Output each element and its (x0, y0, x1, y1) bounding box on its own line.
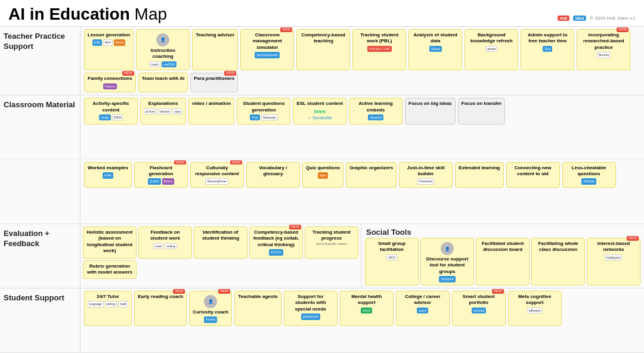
card-mental-health: Mental health support SAU2 (340, 291, 394, 326)
copyright: © 2024 Holt, Klein v.1 (590, 15, 636, 21)
card-skill-builder: Just-in-time skill builder Heuristica (399, 162, 453, 188)
card-interest-networks: NEW Interest-based networks buildspace (587, 238, 640, 285)
student-label: Student Support (0, 288, 80, 352)
card-teaching-advisor: Teaching advisor (192, 29, 238, 70)
social-tools-label: Social Tools (361, 224, 644, 238)
card-college-career: College / career advisor coach (396, 291, 450, 326)
card-classroom-mgmt: NEW Classroom management simulator teach… (240, 29, 294, 70)
eval-label: Evaluation + Feedback (0, 224, 80, 288)
card-competency-feedback: NEW Competency-based feedback (eg collab… (249, 226, 303, 259)
card-rubric-generation: Rubric generation with model answers (83, 260, 137, 279)
card-focus-transfer: Focus on transfer (458, 98, 506, 124)
card-tracking-progress: Tracking student progress send teacher r… (305, 226, 358, 259)
card-worked-examples: Worked examples Askie (84, 162, 132, 188)
eval-row: Evaluation + Feedback Holistic assessmen… (0, 224, 644, 288)
social-tools-section: Social Tools Small group facilitation OK… (361, 224, 644, 288)
card-identification-thinking: Identification of student thinking (194, 226, 247, 259)
card-graphic-organizers: Graphic organizers (346, 162, 397, 188)
avatar: 👤 (204, 295, 217, 308)
card-connecting-content: Connecting new content to old (506, 162, 560, 188)
avatar: 👤 (441, 242, 454, 255)
card-less-cheatable: Less-cheatable questions Writable (562, 162, 616, 188)
card-competency-teaching: Competency-based teaching (296, 29, 350, 70)
card-flashcard: NEW Flashcard generation Quizlet Blama (134, 162, 188, 188)
main-container: AI in Education Map real idea © 2024 Hol… (0, 0, 644, 354)
social-tools-cards: Small group facilitation OKO 👤 Discourse… (361, 238, 644, 288)
eval-content: Holistic assessment (based on longitudin… (80, 224, 644, 288)
card-background-knowledge: Background knowledge refresh doowii (465, 29, 518, 70)
card-analysis-student-data: Analysis of student data Stilved (408, 29, 462, 70)
card-para-practitioners: NEW Para practitioners (190, 73, 238, 92)
eval-cards: Holistic assessment (based on longitudin… (80, 224, 361, 288)
card-lesson-generation: Lesson generation Diffit MLP Bored (84, 29, 134, 70)
content-area: Teacher Practice Support Lesson generati… (0, 26, 644, 353)
card-activity-specific: Activity-specific content mergy DIFM (84, 98, 138, 124)
card-esl-content: ESL student content twee ✓ Speakable (293, 98, 346, 124)
card-facilitated-discussion: Facilitated student discussion board (476, 238, 530, 285)
page-title: AI in Education Map (8, 5, 167, 24)
card-vocabulary: Vocabulary / glossary (246, 162, 300, 188)
classroom-row: Classroom Material Activity-specific con… (0, 95, 644, 224)
card-family-connections: NEW Family connections Paloma (84, 73, 136, 92)
idea-badge: idea (573, 15, 586, 21)
card-early-reading: NEW Early reading coach (134, 291, 187, 326)
card-active-learning: Active learning embeds Nearpod (349, 98, 402, 124)
card-special-needs: Support for students with special needs … (284, 291, 338, 326)
classroom-row2-cards: Worked examples Askie NEW Flashcard gene… (80, 160, 644, 223)
card-whole-class-discussion: Facilitating whole class discussion (531, 238, 585, 285)
card-discourse-support: 👤 Discourse support tool for student gro… (420, 238, 474, 285)
card-admin-support: Admin support to free teacher time Dick (521, 29, 574, 70)
classroom-label: Classroom Material (0, 95, 80, 159)
teacher-cards: Lesson generation Diffit MLP Bored 👤 Ins… (80, 27, 644, 95)
classroom-row1-cards: Activity-specific content mergy DIFM Exp… (80, 95, 644, 159)
teacher-label: Teacher Practice Support (0, 27, 80, 95)
card-culturally-responsive: NEW Culturally responsive content Mennin… (190, 162, 244, 188)
student-row: Student Support 24/7 Tutor language writ… (0, 288, 644, 353)
card-video-animation: video / animation (188, 98, 234, 124)
card-teachable-agents: Teachable agents (234, 291, 281, 326)
student-cards: 24/7 Tutor language writing math NEW Ear… (80, 288, 644, 352)
header-badges: real idea © 2024 Holt, Klein v.1 (558, 15, 636, 21)
card-student-questions: Student questions generation Prep Almana… (237, 98, 290, 124)
card-quiz-questions: Quiz questions alpor (302, 162, 343, 188)
card-researched-practice: NEW Incorporating researched-based pract… (577, 29, 630, 70)
card-feedback-student-work: Feedback on student work math writing (138, 226, 192, 259)
card-tracking-student-work: Tracking student work (PBL) PROJECT LMS (352, 29, 406, 70)
card-small-group: Small group facilitation OKO (365, 238, 419, 285)
card-holistic-assessment: Holistic assessment (based on longitudin… (83, 226, 137, 259)
card-extended-learning: Extended learning (455, 162, 503, 188)
card-247-tutor: 24/7 Tutor language writing math (84, 291, 132, 326)
header: AI in Education Map real idea © 2024 Hol… (0, 0, 644, 26)
card-team-teach: Team teach with AI (138, 73, 188, 92)
card-student-portfolio: NEW Smart student portfolio schoolai (452, 291, 506, 326)
real-badge: real (558, 15, 569, 21)
card-instruction-coaching: 👤 Instruction coaching coach realDNA (136, 29, 190, 70)
card-explanations: Explanations at level interest story (140, 98, 186, 124)
card-curiosity-coach: NEW 👤 Curiosity coach Portola (189, 291, 232, 326)
avatar: 👤 (156, 33, 169, 46)
teacher-row: Teacher Practice Support Lesson generati… (0, 27, 644, 95)
card-meta-cognitive: Meta cognitive support edhesive (508, 291, 562, 326)
card-focus-big-ideas: Focus on big ideas (405, 98, 455, 124)
